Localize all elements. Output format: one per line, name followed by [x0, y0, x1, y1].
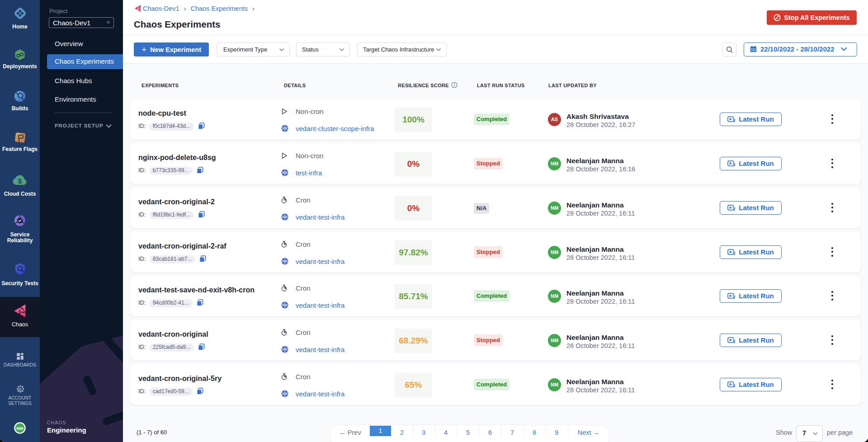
svg-text:NM: NM: [17, 426, 24, 431]
svg-text:$: $: [18, 177, 22, 185]
